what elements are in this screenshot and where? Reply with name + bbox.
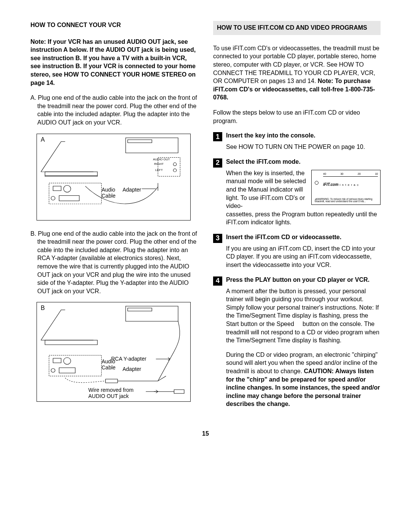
scale-10: 10 [375, 173, 378, 176]
right-follow: Follow the steps below to use an iFIT.co… [213, 109, 381, 125]
scale-40: 40 [323, 173, 326, 176]
svg-point-22 [51, 369, 55, 372]
step-2-body-a: When the key is inserted, the manual mod… [226, 169, 307, 210]
step-4-title: Press the PLAY button on your CD player … [226, 276, 370, 286]
page-number: 15 [30, 430, 381, 437]
right-heading-box: HOW TO USE IFIT.COM CD AND VIDEO PROGRAM… [213, 21, 381, 35]
step-a-text: A. Plug one end of the audio cable into … [30, 94, 198, 126]
step-4-number: 4 [213, 276, 222, 286]
svg-line-27 [158, 351, 174, 381]
step-3-body: If you are using an iFIT.com CD, insert … [226, 244, 381, 269]
step-4: 4 Press the PLAY button on your CD playe… [213, 276, 381, 286]
fig-b-wire-label: Wire removed from AUDIO OUT jack [88, 387, 134, 399]
step-3-number: 3 [213, 234, 222, 243]
svg-rect-16 [45, 340, 97, 345]
svg-rect-4 [127, 139, 152, 142]
figure-b: B [37, 302, 191, 402]
figure-a-sketch [37, 134, 190, 220]
console-brand-text: iFIT.com [323, 182, 338, 187]
step-4-body-1: A moment after the button is pressed, yo… [226, 287, 381, 345]
fig-a-adapter-label: Adapter [123, 187, 141, 193]
step-b-text: B. Plug one end of the audio cable into … [30, 230, 198, 296]
left-note-text: Note: If your VCR has an unused AUDIO OU… [30, 38, 196, 86]
step-1-title: Insert the key into the console. [226, 132, 315, 141]
fig-b-rca-label: RCA Y-adapter [111, 356, 147, 362]
scale-30: 30 [340, 173, 343, 176]
svg-rect-23 [59, 368, 75, 373]
svg-point-9 [64, 185, 71, 192]
svg-point-11 [51, 196, 55, 200]
console-figure: 40 30 20 10 iFIT.com I n t e r a c ⚠WARN… [311, 170, 381, 205]
left-note: Note: If your VCR has an unused AUDIO OU… [30, 38, 198, 87]
svg-rect-18 [127, 308, 152, 311]
console-brand: iFIT.com I n t e r a c [323, 182, 359, 187]
fig-b-adapter-label: Adapter [123, 366, 141, 372]
fig-a-audio-cable-label: Audio Cable [102, 187, 116, 199]
step-4-body-2: During the CD or video program, an elect… [226, 351, 381, 408]
scale-20: 20 [358, 173, 361, 176]
step-2-number: 2 [213, 158, 222, 168]
figure-a: A [37, 134, 191, 220]
fig-a-audio-out-label: AUDIO OUT [153, 158, 170, 161]
svg-rect-24 [105, 379, 118, 383]
svg-rect-10 [53, 186, 61, 190]
right-intro: To use iFIT.com CD's or videocassettes, … [213, 44, 381, 102]
console-scale: 40 30 20 10 [323, 173, 378, 177]
svg-rect-29 [174, 390, 184, 394]
console-warning-text: WARNING: To reduce risk of serious injur… [315, 198, 373, 203]
svg-rect-21 [53, 358, 61, 363]
svg-point-20 [64, 358, 71, 364]
step-2-title: Select the iFIT.com mode. [226, 158, 301, 168]
step-1-body: See HOW TO TURN ON THE POWER on page 10. [226, 143, 381, 151]
right-heading: HOW TO USE IFIT.COM CD AND VIDEO PROGRAM… [217, 24, 377, 32]
step-3-title: Insert the iFIT.com CD or videocassette. [226, 233, 341, 243]
fig-a-left-label: LEFT [155, 169, 163, 172]
svg-point-7 [173, 169, 176, 172]
console-interac: I n t e r a c [339, 183, 359, 187]
left-heading: HOW TO CONNECT YOUR VCR [30, 21, 198, 29]
figure-b-sketch [37, 302, 190, 401]
console-indicator-icon [315, 181, 319, 185]
fig-a-right-label: RIGHT [154, 163, 164, 166]
svg-point-6 [173, 163, 176, 166]
console-warning: ⚠WARNING: To reduce risk of serious inju… [315, 198, 379, 203]
step-1: 1 Insert the key into the console. [213, 132, 381, 141]
step-1-number: 1 [213, 132, 222, 141]
step-2-body-b: cassettes, press the Program button repe… [226, 210, 381, 227]
step-2: 2 Select the iFIT.com mode. [213, 158, 381, 168]
svg-rect-12 [59, 195, 79, 201]
step-3: 3 Insert the iFIT.com CD or videocassett… [213, 233, 381, 243]
